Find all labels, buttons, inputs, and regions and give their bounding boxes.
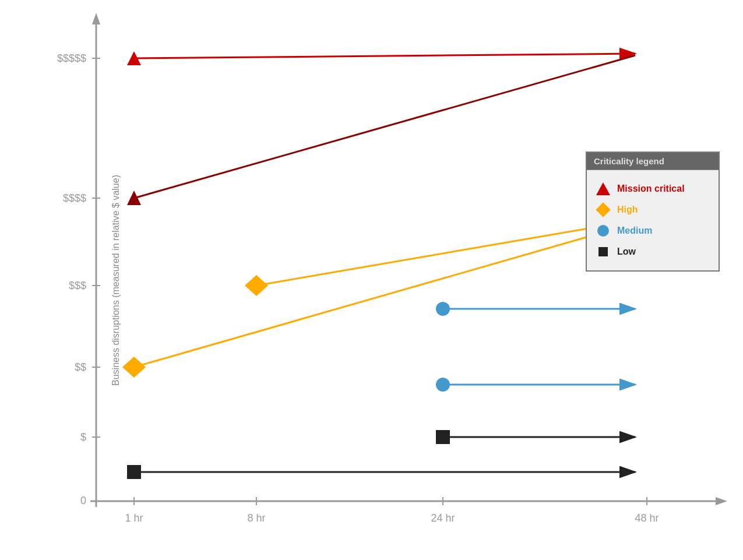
svg-marker-33 xyxy=(245,275,268,296)
svg-marker-31 xyxy=(127,191,141,205)
chart-container: Business disruptions (measured in relati… xyxy=(0,0,743,560)
svg-rect-43 xyxy=(127,465,141,479)
legend-box: Criticality legend Mission critical High… xyxy=(586,152,720,272)
svg-text:1 hr: 1 hr xyxy=(125,512,143,524)
svg-marker-3 xyxy=(716,497,727,505)
diamond-icon xyxy=(596,202,610,217)
svg-text:$$$: $$$ xyxy=(69,280,86,291)
svg-text:$$: $$ xyxy=(75,361,86,373)
svg-point-37 xyxy=(436,302,450,316)
svg-text:48 hr: 48 hr xyxy=(635,512,659,524)
svg-text:$$$$$: $$$$$ xyxy=(57,52,86,64)
circle-icon xyxy=(597,225,609,237)
svg-text:$: $ xyxy=(80,431,86,443)
legend-body: Mission critical High Medium Low xyxy=(587,170,719,270)
legend-item-mission-critical: Mission critical xyxy=(595,181,710,197)
svg-line-30 xyxy=(134,55,635,198)
svg-text:0: 0 xyxy=(80,495,86,506)
legend-item-high: High xyxy=(595,202,710,218)
svg-marker-35 xyxy=(122,357,146,378)
triangle-icon xyxy=(596,182,610,195)
svg-line-32 xyxy=(256,220,635,286)
legend-symbol-medium xyxy=(595,223,611,239)
legend-label-low: Low xyxy=(617,246,636,257)
svg-marker-1 xyxy=(92,13,100,24)
svg-line-34 xyxy=(134,223,635,367)
svg-rect-41 xyxy=(436,430,450,444)
legend-item-low: Low xyxy=(595,244,710,260)
square-icon xyxy=(598,247,608,256)
svg-point-39 xyxy=(436,378,450,392)
legend-item-medium: Medium xyxy=(595,223,710,239)
legend-label-medium: Medium xyxy=(617,226,652,236)
legend-symbol-low xyxy=(595,244,611,260)
svg-text:8 hr: 8 hr xyxy=(247,512,265,524)
legend-label-high: High xyxy=(617,205,638,215)
legend-symbol-mission-critical xyxy=(595,181,611,197)
svg-text:24 hr: 24 hr xyxy=(431,512,455,524)
legend-label-mission-critical: Mission critical xyxy=(617,184,685,194)
svg-line-28 xyxy=(134,54,635,58)
legend-symbol-high xyxy=(595,202,611,218)
main-chart: 0 $ $$ $$$ $$$$ $$$$$ 1 hr 8 hr 24 hr 48… xyxy=(0,0,743,560)
svg-text:$$$$: $$$$ xyxy=(63,192,86,204)
legend-title: Criticality legend xyxy=(587,153,719,170)
